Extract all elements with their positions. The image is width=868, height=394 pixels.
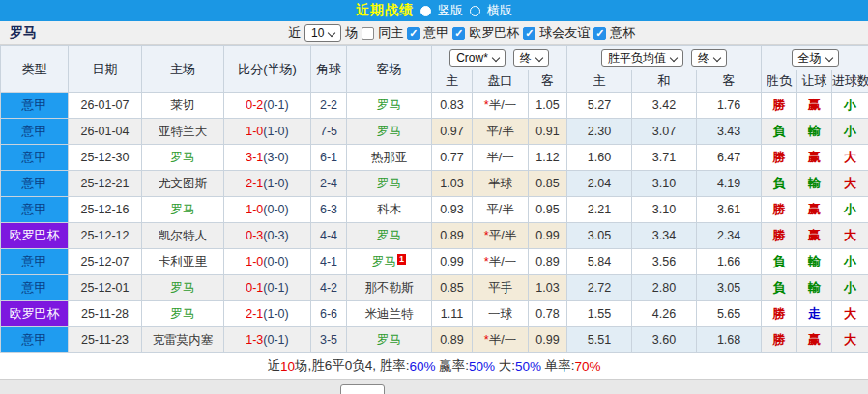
table-row: 意甲25-12-16罗马1-0(0-0)6-3科木0.93平/半0.952.21… xyxy=(1,197,868,223)
corner-cell: 4-1 xyxy=(311,249,347,275)
goals-cell: 小 xyxy=(832,93,868,119)
handicap-cell: 平/半 xyxy=(473,197,529,223)
league-checkbox-1[interactable] xyxy=(452,27,465,40)
table-row: 意甲26-01-04亚特兰大1-0(1-0)7-5罗马0.97平/半0.912.… xyxy=(1,119,868,145)
same-home-checkbox[interactable] xyxy=(362,27,374,40)
filter-controls: 近 10 场 同主 意甲 欧罗巴杯 球会友谊 意杯 xyxy=(288,21,635,44)
goals-cell: 小 xyxy=(832,275,868,301)
handicap-result-cell: 赢 xyxy=(797,223,832,249)
goals-cell: 大 xyxy=(832,145,868,171)
summary-line: 近10场,胜6平0负4, 胜率:60% 赢率:50% 大:50% 单率:70% xyxy=(0,353,868,379)
results-table: 类型 日期 主场 比分(半场) 角球 客场 Crow* 终 胜平负均值 终 xyxy=(0,45,868,353)
team-name: 科木 xyxy=(377,203,401,216)
avg-home-odds: 5.84 xyxy=(567,249,632,275)
handicap-result-cell: 輸 xyxy=(797,171,832,197)
bookmaker-final-select[interactable]: 终 xyxy=(513,49,549,67)
crow-away-odds: 1.03 xyxy=(529,275,567,301)
horizontal-radio[interactable] xyxy=(470,6,480,16)
away-team-cell: 罗马 xyxy=(347,119,432,145)
corner-cell: 4-2 xyxy=(311,275,347,301)
score-cell: 1-0(0-0) xyxy=(224,249,311,275)
date-cell: 25-12-12 xyxy=(69,223,142,249)
result-cell: 負 xyxy=(762,171,797,197)
avg-select[interactable]: 胜平负均值 xyxy=(601,49,683,67)
fulltime-score: 0-1 xyxy=(246,281,263,295)
team-name: 罗马 xyxy=(171,151,195,164)
team-name: 克雷莫内塞 xyxy=(153,333,214,347)
avg-home-odds: 2.72 xyxy=(567,275,632,301)
vertical-radio-label[interactable]: 竖版 xyxy=(438,2,463,19)
bookmaker-select[interactable]: Crow* xyxy=(449,49,506,67)
handicap-star: * xyxy=(484,255,489,268)
vertical-radio[interactable] xyxy=(420,6,431,16)
result-cell: 勝 xyxy=(762,223,797,249)
team-name: 罗马 xyxy=(171,203,195,216)
avg-draw-odds: 4.26 xyxy=(632,301,697,327)
summary-segment: 场,胜6平0负4, 胜率: xyxy=(295,357,410,375)
home-team-cell: 罗马 xyxy=(142,145,224,171)
avg-away-odds: 1.66 xyxy=(697,249,762,275)
handicap-result-cell: 輸 xyxy=(797,249,832,275)
matches-label: 场 xyxy=(345,24,358,42)
header-bookmaker-group: Crow* 终 xyxy=(432,46,567,70)
away-team-cell: 罗马 xyxy=(347,327,432,353)
fulltime-score: 0-3 xyxy=(246,229,263,242)
league-checkbox-1-label[interactable]: 欧罗巴杯 xyxy=(469,24,519,42)
handicap-cell: 半/一 xyxy=(473,145,529,171)
goals-cell: 大 xyxy=(832,301,868,327)
table-row: 欧罗巴杯25-11-28罗马2-1(1-0)6-6米迪兰特1.11一球0.781… xyxy=(1,301,868,327)
handicap-result-cell: 赢 xyxy=(797,327,832,353)
avg-away-odds: 5.65 xyxy=(697,301,762,327)
avg-home-odds: 3.05 xyxy=(567,223,632,249)
corner-cell: 2-2 xyxy=(311,93,347,119)
result-cell: 勝 xyxy=(762,197,797,223)
avg-final-select[interactable]: 终 xyxy=(691,49,727,67)
halftime-score: (0-0) xyxy=(263,255,288,268)
league-checkbox-3[interactable] xyxy=(593,27,606,40)
result-cell: 勝 xyxy=(762,301,797,327)
date-cell: 25-12-16 xyxy=(69,197,142,223)
handicap-cell: *半/一 xyxy=(473,93,529,119)
avg-home-odds: 2.30 xyxy=(567,119,632,145)
team-name: 那不勒斯 xyxy=(365,281,414,295)
handicap-result-cell: 赢 xyxy=(797,93,832,119)
header-result: 胜负 xyxy=(762,70,797,93)
result-cell: 負 xyxy=(762,249,797,275)
score-cell: 2-1(1-0) xyxy=(224,301,311,327)
recent-results-panel: 近期战绩 竖版 横版 罗马 近 10 场 同主 意甲 欧罗巴杯 球会友谊 意杯 xyxy=(0,0,868,394)
crow-home-odds: 0.83 xyxy=(432,93,473,119)
league-cell: 意甲 xyxy=(1,119,69,145)
team-name: 罗马 xyxy=(377,98,401,112)
corner-cell: 4-4 xyxy=(311,223,347,249)
same-home-label[interactable]: 同主 xyxy=(378,24,403,42)
league-checkbox-2-label[interactable]: 球会友谊 xyxy=(539,24,590,42)
crow-away-odds: 0.89 xyxy=(529,249,567,275)
period-select[interactable]: 全场 xyxy=(792,49,839,67)
table-row: 意甲25-12-01罗马0-1(0-1)4-2那不勒斯0.85平手1.032.7… xyxy=(1,275,868,301)
fulltime-score: 1-3 xyxy=(246,333,263,347)
crow-home-odds: 1.03 xyxy=(432,171,473,197)
handicap-cell: 半球 xyxy=(473,171,529,197)
avg-away-odds: 4.19 xyxy=(697,171,762,197)
league-checkbox-3-label[interactable]: 意杯 xyxy=(610,24,635,42)
partial-select[interactable] xyxy=(340,384,385,394)
result-cell: 負 xyxy=(762,275,797,301)
league-checkbox-0-label[interactable]: 意甲 xyxy=(423,24,448,42)
match-count-select[interactable]: 10 xyxy=(304,24,341,42)
crow-away-odds: 0.95 xyxy=(529,197,567,223)
league-checkbox-0[interactable] xyxy=(407,27,420,40)
date-cell: 25-11-28 xyxy=(69,301,142,327)
away-team-cell: 罗马 xyxy=(347,93,432,119)
team-name: 尤文图斯 xyxy=(159,177,207,190)
halftime-score: (1-0) xyxy=(263,307,288,321)
fulltime-score: 1-0 xyxy=(246,203,263,216)
horizontal-radio-label[interactable]: 横版 xyxy=(487,2,512,19)
fulltime-score: 1-0 xyxy=(246,255,263,268)
result-cell: 勝 xyxy=(762,93,797,119)
table-row: 意甲25-11-23克雷莫内塞1-3(0-1)3-5罗马0.89*半/一0.99… xyxy=(1,327,868,353)
corner-cell: 3-5 xyxy=(311,327,347,353)
avg-draw-odds: 3.42 xyxy=(632,93,697,119)
league-checkbox-2[interactable] xyxy=(523,27,535,40)
away-team-cell: 米迪兰特 xyxy=(347,301,432,327)
home-team-cell: 罗马 xyxy=(142,275,224,301)
